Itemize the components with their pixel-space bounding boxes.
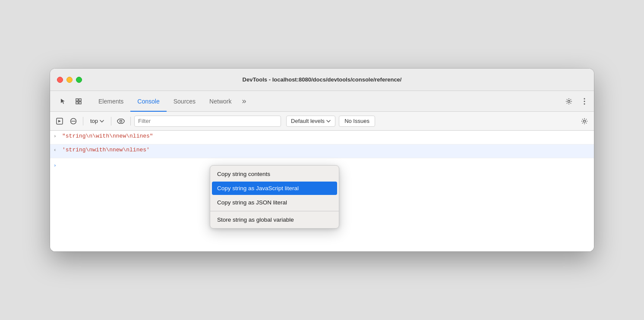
svg-rect-1 [79,99,81,101]
svg-point-13 [584,120,586,122]
maximize-button[interactable] [76,77,82,83]
svg-point-12 [120,120,122,122]
console-input-text: 'string\nwith\nnew\nlines' [62,147,150,153]
context-menu-item-store-global[interactable]: Store string as global variable [210,213,339,226]
tab-network[interactable]: Network [202,91,238,112]
context-menu-separator [210,211,339,211]
cursor-icon[interactable] [57,95,69,107]
toolbar-divider-2 [111,117,111,125]
console-row-input: ‹ 'string\nwith\nnew\nlines' [50,144,594,158]
titlebar: DevTools - localhost:8080/docs/devtools/… [50,69,594,91]
svg-point-7 [584,103,585,104]
more-tabs-button[interactable]: » [238,91,249,111]
svg-point-6 [584,100,585,102]
clear-console-icon[interactable] [67,115,79,127]
svg-rect-0 [76,99,78,101]
filter-input[interactable] [134,116,281,127]
tabbar: Elements Console Sources Network » [50,91,594,112]
eye-icon[interactable] [115,115,127,127]
context-menu-item-copy-js[interactable]: Copy string as JavaScript literal [212,182,337,195]
prompt-chevron: › [54,163,59,168]
console-row-output: › "string\n\with\nnew\nlines" [50,131,594,144]
tabbar-right [563,91,590,111]
toolbar-divider-3 [130,117,131,125]
svg-point-4 [568,100,570,102]
output-chevron: › [54,134,59,139]
context-selector[interactable]: top [87,116,107,127]
context-menu-item-copy-contents[interactable]: Copy string contents [210,167,339,181]
toolbar-right [578,115,590,127]
close-button[interactable] [57,77,63,83]
console-output-text: "string\n\with\nnew\nlines" [62,133,153,139]
log-levels-dropdown[interactable]: Default levels [286,116,335,127]
window-title: DevTools - localhost:8080/docs/devtools/… [243,76,402,83]
svg-point-11 [117,119,124,123]
tab-elements[interactable]: Elements [92,91,130,112]
console-settings-icon[interactable] [578,115,590,127]
svg-rect-3 [79,102,81,104]
toolbar-divider-1 [83,117,83,125]
context-menu-item-copy-json[interactable]: Copy string as JSON literal [210,196,339,209]
minimize-button[interactable] [66,77,73,83]
svg-rect-2 [76,102,78,104]
inspect-icon[interactable] [73,95,85,107]
devtools-window: DevTools - localhost:8080/docs/devtools/… [50,69,594,251]
tabbar-icons [54,91,88,111]
settings-icon[interactable] [563,95,575,107]
input-chevron: ‹ [54,147,59,153]
console-toolbar: top Default levels No Issues [50,112,594,131]
tab-sources[interactable]: Sources [167,91,202,112]
no-issues-button[interactable]: No Issues [339,116,375,127]
console-content: › "string\n\with\nnew\nlines" ‹ 'string\… [50,131,594,251]
kebab-menu-icon[interactable] [578,95,590,107]
chevron-down-icon [100,120,104,122]
levels-chevron-icon [326,120,331,122]
context-menu: Copy string contents Copy string as Java… [210,165,339,229]
svg-point-5 [584,98,585,99]
tab-console[interactable]: Console [130,91,166,112]
traffic-lights [57,77,82,83]
run-snippet-icon[interactable] [54,115,66,127]
